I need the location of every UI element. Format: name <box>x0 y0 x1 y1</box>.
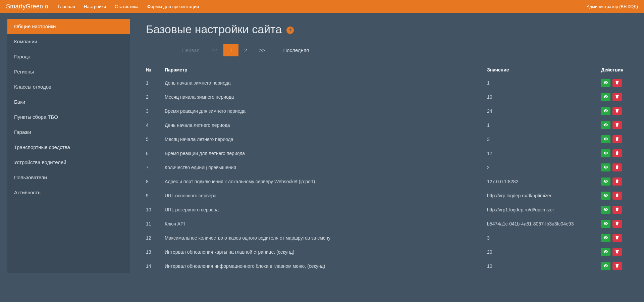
view-button[interactable] <box>601 206 610 214</box>
user-logout-link[interactable]: Администратор (ВЫХОД) <box>587 4 638 9</box>
cell-param: Месяц начала летнего периода <box>165 137 487 142</box>
page-first: Первая <box>176 44 206 56</box>
add-icon[interactable] <box>286 27 294 34</box>
cell-num: 14 <box>146 263 165 269</box>
topnav-settings[interactable]: Настройки <box>84 4 106 9</box>
trash-icon <box>615 179 620 185</box>
delete-button[interactable] <box>612 163 622 171</box>
page-1[interactable]: 1 <box>223 44 238 56</box>
view-button[interactable] <box>601 163 610 171</box>
pagination: Первая << 1 2 >> Последняя <box>176 44 628 56</box>
cell-num: 3 <box>146 108 165 114</box>
cell-value: b5474a1c-041b-4a61-8067-fb3a3fc04e93 <box>487 221 601 226</box>
page-2[interactable]: 2 <box>238 44 253 56</box>
table-row: 1День начала зимнего периода1 <box>146 76 628 90</box>
delete-button[interactable] <box>612 107 622 115</box>
trash-icon <box>615 249 620 255</box>
cell-param: Интервал обновления карты на главной стр… <box>165 249 487 255</box>
cell-num: 1 <box>146 80 165 86</box>
trash-icon <box>615 108 620 114</box>
view-button[interactable] <box>601 248 610 256</box>
top-nav: Главная Настройки Статистика Формы для п… <box>58 4 199 9</box>
table-row: 13Интервал обновления карты на главной с… <box>146 245 628 259</box>
delete-button[interactable] <box>612 121 622 129</box>
cell-num: 8 <box>146 179 165 184</box>
view-button[interactable] <box>601 107 610 115</box>
view-button[interactable] <box>601 220 610 228</box>
page-next[interactable]: >> <box>253 44 271 56</box>
delete-button[interactable] <box>612 192 622 200</box>
sidebar-item-5[interactable]: Баки <box>7 94 130 109</box>
cell-num: 5 <box>146 137 165 142</box>
cell-value: 10 <box>487 263 601 269</box>
delete-button[interactable] <box>612 220 622 228</box>
cell-value: 3 <box>487 137 601 142</box>
delete-button[interactable] <box>612 206 622 214</box>
sidebar: Общие настройкиКомпанииГородаРегионыКлас… <box>7 19 130 273</box>
sidebar-item-11[interactable]: Активность <box>7 185 130 200</box>
topbar: SmartyGreen α Главная Настройки Статисти… <box>0 0 644 13</box>
eye-icon <box>603 80 608 86</box>
cell-value: http://vrp.logdep.ru/dl/optimizer <box>487 193 601 198</box>
sidebar-item-8[interactable]: Транспортные средства <box>7 140 130 155</box>
trash-icon <box>615 221 620 227</box>
cell-num: 12 <box>146 235 165 241</box>
cell-value: 2 <box>487 165 601 170</box>
delete-button[interactable] <box>612 93 622 101</box>
sidebar-item-4[interactable]: Классы отходов <box>7 79 130 94</box>
eye-icon <box>603 165 608 170</box>
view-button[interactable] <box>601 79 610 87</box>
page-last[interactable]: Последняя <box>277 44 315 56</box>
trash-icon <box>615 263 620 269</box>
delete-button[interactable] <box>612 149 622 157</box>
main-content: Базовые настройки сайта Первая << 1 2 >>… <box>130 13 644 273</box>
cell-num: 7 <box>146 165 165 170</box>
page-title: Базовые настройки сайта <box>146 23 282 36</box>
view-button[interactable] <box>601 234 610 242</box>
topnav-home[interactable]: Главная <box>58 4 75 9</box>
view-button[interactable] <box>601 93 610 101</box>
view-button[interactable] <box>601 135 610 143</box>
brand-logo[interactable]: SmartyGreen α <box>6 3 48 10</box>
cell-num: 13 <box>146 249 165 255</box>
sidebar-item-0[interactable]: Общие настройки <box>7 19 130 34</box>
header-param: Параметр <box>165 67 487 72</box>
eye-icon <box>603 221 608 227</box>
topnav-stats[interactable]: Статистика <box>115 4 139 9</box>
view-button[interactable] <box>601 149 610 157</box>
table-row: 14Интервал обновления информационного бл… <box>146 259 628 273</box>
cell-value: 127.0.0.1:8282 <box>487 179 601 184</box>
topnav-forms[interactable]: Формы для презентации <box>147 4 199 9</box>
trash-icon <box>615 207 620 213</box>
table-row: 10URL резервного сервераhttp://vrp1.logd… <box>146 203 628 217</box>
sidebar-item-7[interactable]: Гаражи <box>7 124 130 140</box>
view-button[interactable] <box>601 178 610 186</box>
page-prev: << <box>206 44 224 56</box>
view-button[interactable] <box>601 262 610 270</box>
delete-button[interactable] <box>612 178 622 186</box>
sidebar-item-1[interactable]: Компании <box>7 34 130 49</box>
eye-icon <box>603 137 608 142</box>
table-row: 9URL основного сервераhttp://vrp.logdep.… <box>146 189 628 203</box>
eye-icon <box>603 235 608 241</box>
delete-button[interactable] <box>612 234 622 242</box>
table-row: 4День начала летнего периода1 <box>146 118 628 132</box>
delete-button[interactable] <box>612 262 622 270</box>
delete-button[interactable] <box>612 248 622 256</box>
cell-param: Месяц начала зимнего периода <box>165 94 487 100</box>
view-button[interactable] <box>601 121 610 129</box>
table-row: 6Время реакции для летнего периода12 <box>146 146 628 160</box>
eye-icon <box>603 193 608 199</box>
sidebar-item-9[interactable]: Устройства водителей <box>7 155 130 170</box>
cell-value: 3 <box>487 235 601 241</box>
sidebar-item-3[interactable]: Регионы <box>7 64 130 79</box>
sidebar-item-2[interactable]: Города <box>7 49 130 64</box>
sidebar-item-10[interactable]: Пользователи <box>7 170 130 185</box>
table-row: 2Месяц начала зимнего периода10 <box>146 90 628 104</box>
view-button[interactable] <box>601 192 610 200</box>
cell-num: 6 <box>146 151 165 156</box>
trash-icon <box>615 137 620 142</box>
delete-button[interactable] <box>612 135 622 143</box>
delete-button[interactable] <box>612 79 622 87</box>
sidebar-item-6[interactable]: Пункты сбора ТБО <box>7 109 130 124</box>
